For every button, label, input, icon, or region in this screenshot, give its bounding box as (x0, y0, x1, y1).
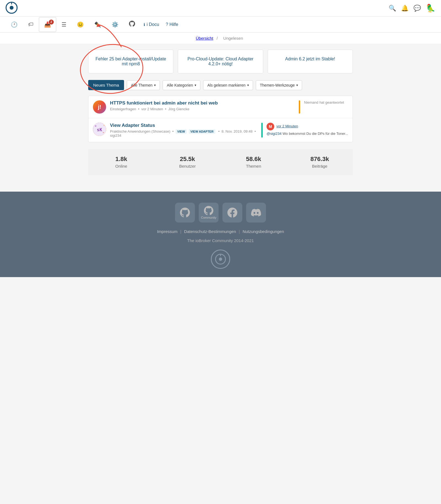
chat-icon[interactable]: 💬 (413, 5, 421, 12)
topic-indicator (299, 100, 300, 114)
topic-time: vor 2 Minuten (141, 107, 163, 111)
stat-online: 1.8k Online (88, 149, 154, 175)
table-row: j! HTTPS funktioniert bei admin aber nic… (88, 96, 353, 118)
topic-meta: Einsteigerfragen • vor 2 Minuten • Jörg … (110, 107, 295, 111)
recent-icon: 🕐 (11, 21, 18, 28)
menu-icon: ☰ (61, 21, 66, 28)
tags-icon: 🏷 (28, 21, 34, 28)
svg-point-7 (103, 132, 104, 133)
new-topic-button[interactable]: Neues Thema (88, 80, 124, 90)
notification-badge: 2 (49, 20, 54, 25)
docu-label: i Docu (147, 22, 159, 27)
topic-title[interactable]: HTTPS funktioniert bei admin aber nicht … (110, 100, 295, 106)
svg-point-8 (103, 125, 104, 126)
help-label: ? Hilfe (166, 22, 178, 27)
svg-text:sK: sK (97, 127, 102, 132)
reply-avatar: M (267, 123, 274, 130)
topic-reply: Niemand hat geantwortet (304, 100, 348, 104)
reply-meta: M vor 2 Minuten (267, 123, 348, 130)
nav-github[interactable] (124, 17, 140, 32)
stat-themes-label: Themen (223, 164, 284, 168)
svg-point-10 (219, 258, 222, 261)
main-content: Fehler 25 bei Adapter-Install/Update mit… (83, 44, 358, 181)
nav-tags[interactable]: 🏷 (23, 17, 39, 32)
toolbar: Neues Thema Alle Themen Alle Kategorien … (88, 80, 353, 90)
topic-tag-view[interactable]: VIEW (176, 129, 187, 134)
search-icon[interactable]: 🔍 (389, 5, 396, 12)
topic-indicator (261, 123, 263, 138)
nav-docu[interactable]: ℹ i Docu (140, 18, 162, 31)
featured-card-3-link[interactable]: Admin 6.2 jetzt im Stable! (285, 57, 335, 61)
stats-bar: 1.8k Online 25.5k Benutzer 58.6k Themen … (88, 149, 353, 175)
header-icons: 🔍 🔔 💬 🦜 (389, 4, 435, 13)
header: 🔍 🔔 💬 🦜 (0, 0, 441, 17)
featured-card-2[interactable]: Pro-Cloud-Update: Cloud Adapter 4.2.0+ n… (178, 50, 263, 73)
topic-list: j! HTTPS funktioniert bei admin aber nic… (88, 96, 353, 142)
breadcrumb-overview[interactable]: Übersicht (196, 36, 213, 41)
topic-author: Jörg Giencke (168, 107, 189, 111)
all-categories-dropdown[interactable]: Alle Kategorien (163, 80, 200, 90)
footer-facebook-icon[interactable] (222, 203, 242, 222)
face-icon: 😐 (77, 21, 84, 28)
footer-nutzung-link[interactable]: Nutzungsbedingungen (243, 229, 284, 234)
footer-logo[interactable] (211, 250, 230, 269)
topic-author: sigi234 (110, 133, 121, 138)
mark-read-dropdown[interactable]: Als gelesen markieren (203, 80, 253, 90)
featured-posts: Fehler 25 bei Adapter-Install/Update mit… (88, 50, 353, 73)
footer-impressum-link[interactable]: Impressum (157, 229, 178, 234)
footer: Community Impressum | Datenschutz-Bestim… (0, 192, 441, 277)
svg-point-6 (95, 125, 96, 127)
avatar: sK (93, 123, 106, 136)
featured-card-1-link[interactable]: Fehler 25 bei Adapter-Install/Update mit… (96, 57, 166, 66)
topic-category: Einsteigerfragen (110, 107, 136, 111)
reply-mention: @sigi234 (267, 132, 281, 136)
stat-posts-label: Beiträge (289, 164, 350, 168)
nav-settings[interactable]: ⚙️ (106, 17, 124, 32)
topic-reply: M vor 2 Minuten @sigi234 Wo bekommst Du … (267, 123, 348, 136)
topic-content: HTTPS funktioniert bei admin aber nicht … (110, 100, 295, 111)
topic-title[interactable]: View Adapter Status (110, 123, 257, 128)
stat-themes: 58.6k Themen (220, 149, 287, 175)
footer-discord-icon[interactable] (246, 203, 266, 222)
nav-pen[interactable]: ✒️ (89, 17, 106, 32)
footer-icons: Community (6, 203, 435, 222)
breadcrumb: Übersicht / Ungelesen (0, 33, 441, 44)
stat-posts: 876.3k Beiträge (287, 149, 353, 175)
pen-icon: ✒️ (94, 21, 101, 28)
header-logo[interactable] (6, 2, 18, 15)
all-themes-dropdown[interactable]: Alle Themen (127, 80, 160, 90)
breadcrumb-current: Ungelesen (223, 36, 243, 41)
reply-time-link[interactable]: vor 2 Minuten (276, 124, 298, 128)
nav-hilfe[interactable]: ? Hilfe (162, 18, 181, 31)
topic-tag-view-adapter[interactable]: VIEW ADAPTER (189, 129, 215, 134)
stat-online-number: 1.8k (91, 156, 152, 163)
no-reply-text: Niemand hat geantwortet (304, 100, 344, 104)
stat-users-label: Benutzer (157, 164, 218, 168)
bell-icon[interactable]: 🔔 (401, 5, 408, 12)
nav-menu[interactable]: ☰ (56, 17, 72, 32)
stat-themes-number: 58.6k (223, 156, 284, 163)
nav-face[interactable]: 😐 (72, 17, 89, 32)
breadcrumb-separator: / (217, 36, 218, 41)
footer-github-community-icon[interactable]: Community (199, 203, 219, 222)
featured-card-2-link[interactable]: Pro-Cloud-Update: Cloud Adapter 4.2.0+ n… (187, 57, 253, 66)
theme-tools-dropdown[interactable]: Themen-Werkzeuge (256, 80, 302, 90)
navbar: 🕐 🏷 📥 2 ☰ 😐 ✒️ ⚙️ ℹ i Docu ? Hilfe (0, 17, 441, 33)
topic-date: 8. Nov. 2019, 09:48 (222, 129, 253, 133)
footer-community-label: Community (201, 216, 216, 219)
featured-card-3[interactable]: Admin 6.2 jetzt im Stable! (268, 50, 353, 73)
stat-users-number: 25.5k (157, 156, 218, 163)
nav-notifications[interactable]: 📥 2 (39, 17, 56, 32)
svg-point-1 (10, 6, 14, 10)
featured-card-1[interactable]: Fehler 25 bei Adapter-Install/Update mit… (88, 50, 173, 73)
reply-preview: @sigi234 Wo bekommst Du die DPs für die … (267, 132, 348, 136)
table-row: sK View Adapter Status Praktische Anwend… (88, 118, 353, 142)
footer-copyright: The ioBroker Community 2014-2021 (6, 238, 435, 243)
footer-github-icon[interactable] (175, 203, 195, 222)
nav-recent[interactable]: 🕐 (6, 17, 23, 32)
topic-content: View Adapter Status Praktische Anwendung… (110, 123, 257, 138)
stat-posts-number: 876.3k (289, 156, 350, 163)
github-icon (129, 21, 135, 28)
bird-icon[interactable]: 🦜 (426, 4, 435, 13)
footer-datenschutz-link[interactable]: Datenschutz-Bestimmungen (184, 229, 236, 234)
